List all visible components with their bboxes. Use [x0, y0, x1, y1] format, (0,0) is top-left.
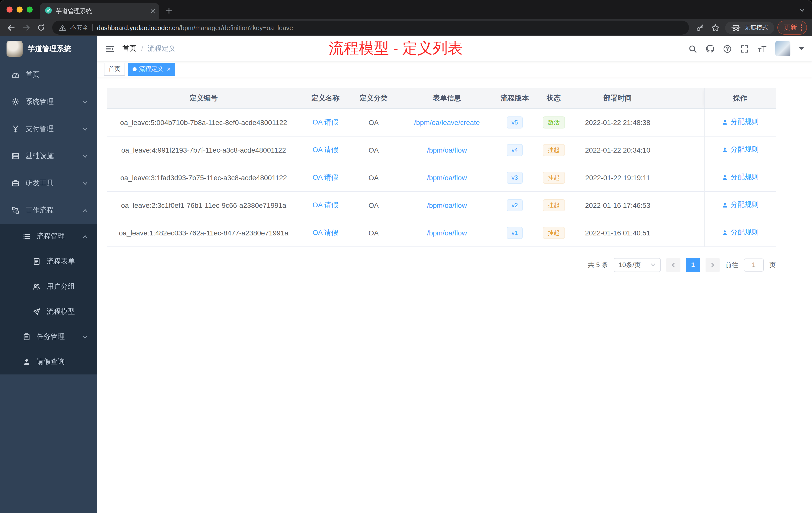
forward-button[interactable]: [19, 21, 33, 35]
minimize-window-button[interactable]: [17, 6, 23, 12]
cell-category: OA: [350, 109, 397, 136]
sidebar-item-dev-tools[interactable]: 研发工具: [0, 170, 97, 197]
definition-name-link[interactable]: OA 请假: [313, 228, 339, 236]
cell-deploy-time: 2022-01-22 20:34:10: [575, 136, 660, 163]
sidebar-item-process-model[interactable]: 流程模型: [0, 299, 97, 324]
user-icon: [722, 119, 728, 125]
reload-button[interactable]: [34, 21, 48, 35]
assign-rule-link[interactable]: 分配规则: [722, 145, 759, 154]
sidebar-item-task-management[interactable]: 任务管理: [0, 324, 97, 350]
font-size-icon[interactable]: [757, 45, 767, 53]
definition-name-link[interactable]: OA 请假: [313, 118, 339, 126]
page-size-value: 10条/页: [619, 260, 641, 269]
bookmark-star-icon[interactable]: [708, 21, 722, 35]
cell-deploy-time: 2022-01-16 01:40:51: [575, 219, 660, 246]
form-info-link[interactable]: /bpm/oa/leave/create: [414, 118, 480, 126]
browser-update-button[interactable]: 更新: [777, 21, 807, 35]
definition-table: 定义编号定义名称定义分类表单信息流程版本状态部署时间操作 oa_leave:5:…: [107, 88, 776, 247]
assign-rule-link[interactable]: 分配规则: [722, 228, 759, 237]
definition-name-link[interactable]: OA 请假: [313, 145, 339, 153]
chevron-down-icon: [82, 334, 88, 339]
breadcrumb-separator: /: [141, 45, 143, 53]
sidebar-item-label: 工作流程: [26, 206, 77, 215]
flow-icon: [11, 206, 20, 214]
sidebar-item-process-management[interactable]: 流程管理: [0, 224, 97, 249]
avatar-caret-down-icon[interactable]: [799, 47, 804, 50]
new-tab-button[interactable]: [159, 7, 179, 19]
definition-name-link[interactable]: OA 请假: [313, 173, 339, 181]
sidebar-item-label: 首页: [26, 70, 88, 79]
address-bar[interactable]: 不安全 dashboard.yudao.iocoder.cn/bpm/manag…: [52, 21, 689, 35]
fullscreen-icon[interactable]: [740, 44, 749, 53]
browser-toolbar: 不安全 dashboard.yudao.iocoder.cn/bpm/manag…: [0, 19, 812, 36]
navbar: 首页/流程定义 流程模型 - 定义列表: [97, 36, 812, 61]
browser-tab[interactable]: 芋道管理系统: [40, 3, 159, 19]
assign-rule-link[interactable]: 分配规则: [722, 201, 759, 210]
sidebar-item-home[interactable]: 首页: [0, 61, 97, 88]
hamburger-icon[interactable]: [105, 44, 115, 54]
sidebar-item-workflow[interactable]: 工作流程: [0, 197, 97, 224]
zoom-window-button[interactable]: [27, 6, 33, 12]
assign-rule-link[interactable]: 分配规则: [722, 173, 759, 182]
form-info-link[interactable]: /bpm/oa/flow: [427, 146, 467, 154]
back-button[interactable]: [4, 21, 18, 35]
cell-filler: [660, 163, 704, 191]
toolbox-icon: [11, 179, 20, 187]
assign-rule-link[interactable]: 分配规则: [722, 118, 759, 127]
user-icon: [722, 174, 728, 181]
github-icon[interactable]: [705, 44, 715, 53]
prev-page-button[interactable]: [666, 258, 680, 272]
search-icon[interactable]: [689, 44, 697, 53]
sidebar-item-infrastructure[interactable]: 基础设施: [0, 143, 97, 170]
cell-category: OA: [350, 163, 397, 191]
table-head: 定义编号定义名称定义分类表单信息流程版本状态部署时间操作: [107, 88, 776, 109]
close-tag-icon[interactable]: ×: [167, 66, 171, 72]
close-window-button[interactable]: [6, 6, 12, 12]
sidebar-item-payment-management[interactable]: 支付管理: [0, 116, 97, 143]
goto-page-input[interactable]: [744, 258, 764, 271]
chevron-down-icon: [82, 99, 88, 105]
tags-view: 首页流程定义×: [97, 61, 812, 77]
browser-menu-kebab-icon[interactable]: [801, 24, 803, 31]
form-info-link[interactable]: /bpm/oa/flow: [427, 201, 467, 209]
page-size-select[interactable]: 10条/页: [614, 258, 661, 272]
app-logo[interactable]: 芋道管理系统: [0, 36, 97, 61]
column-header: 流程版本: [497, 88, 532, 109]
screen: 芋道管理系统 不安全 dashboard.yudao.iocoder.cn/bp…: [0, 0, 812, 513]
form-info-link[interactable]: /bpm/oa/flow: [427, 174, 467, 181]
next-page-button[interactable]: [705, 258, 720, 272]
tab-search-chevron-icon[interactable]: [800, 7, 812, 19]
sidebar-item-process-form[interactable]: 流程表单: [0, 249, 97, 274]
form-info-link[interactable]: /bpm/oa/flow: [427, 229, 467, 237]
page-number-button[interactable]: 1: [686, 258, 700, 272]
user-icon: [722, 202, 728, 208]
url-text: dashboard.yudao.iocoder.cn/bpm/manager/d…: [97, 24, 293, 31]
column-header: 定义分类: [350, 88, 397, 109]
chevron-down-icon: [82, 180, 88, 186]
password-key-icon[interactable]: [693, 21, 707, 35]
sidebar-item-label: 任务管理: [37, 332, 77, 341]
close-tab-icon[interactable]: [151, 9, 155, 13]
gear-icon: [11, 98, 20, 106]
url-host: dashboard.yudao.iocoder.cn: [97, 24, 179, 31]
sidebar-item-leave-query[interactable]: 请假查询: [0, 350, 97, 374]
user-avatar[interactable]: [775, 41, 790, 56]
table-row: oa_leave:3:1fad3d93-7b75-11ec-a3c8-acde4…: [107, 163, 776, 191]
tag-process-definition[interactable]: 流程定义×: [128, 62, 175, 76]
user-icon: [722, 230, 728, 236]
sidebar-item-user-group[interactable]: 用户分组: [0, 274, 97, 299]
tag-home[interactable]: 首页: [104, 62, 125, 76]
breadcrumb-item[interactable]: 首页: [122, 44, 137, 53]
sidebar-item-system-management[interactable]: 系统管理: [0, 88, 97, 116]
definition-name-link[interactable]: OA 请假: [313, 201, 339, 209]
user-icon: [722, 147, 728, 153]
app-title: 芋道管理系统: [28, 44, 71, 54]
list-icon: [22, 233, 31, 240]
goto-label: 前往: [725, 260, 738, 269]
status-tag: 挂起: [543, 227, 565, 239]
sidebar: 芋道管理系统 首页系统管理支付管理基础设施研发工具工作流程流程管理流程表单用户分…: [0, 36, 97, 513]
cell-deploy-time: 2022-01-22 19:19:11: [575, 163, 660, 191]
tab-title: 芋道管理系统: [56, 7, 147, 15]
help-icon[interactable]: [723, 44, 732, 53]
favicon: [45, 6, 52, 16]
